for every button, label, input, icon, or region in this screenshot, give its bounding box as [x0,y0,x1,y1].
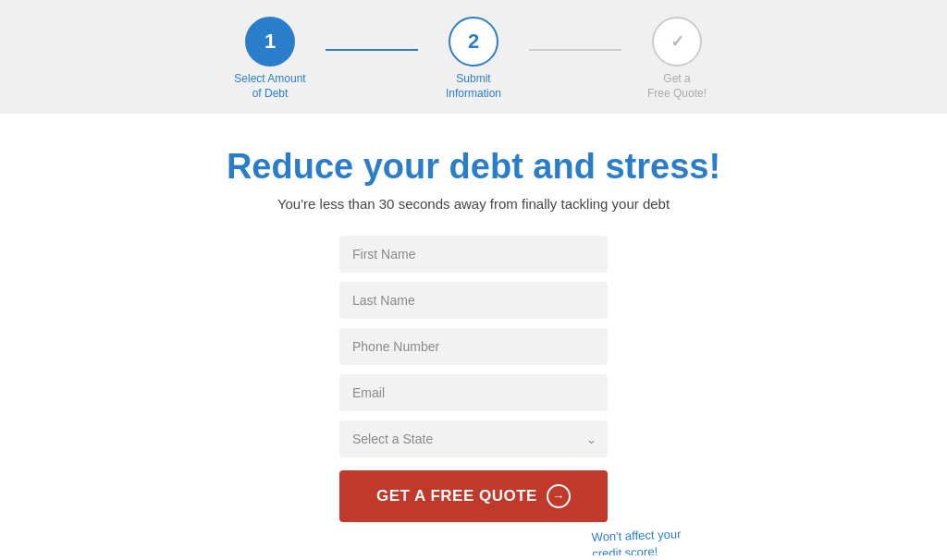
first-name-input[interactable] [339,236,608,273]
state-select-wrapper: Select a State Alabama Alaska Arizona Ar… [339,420,608,457]
main-content: Reduce your debt and stress! You're less… [0,114,947,555]
steps-header: 1 Select Amount of Debt 2 Submit Informa… [0,0,947,114]
step-2-circle: 2 [449,17,498,67]
submit-button[interactable]: Get a FREE quote → [339,470,608,522]
page-headline: Reduce your debt and stress! [227,147,720,187]
connector-1 [326,49,418,51]
last-name-input[interactable] [339,282,608,319]
submit-button-label: Get a FREE quote [376,487,537,505]
connector-2 [529,49,621,51]
step-1: 1 Select Amount of Debt [215,17,326,101]
step-1-number: 1 [264,30,276,54]
submit-arrow-icon: → [547,484,571,508]
credit-score-note: Won't affect your credit score! [592,527,683,556]
state-select[interactable]: Select a State Alabama Alaska Arizona Ar… [339,420,608,457]
step-3: ✓ Get a Free Quote! [621,17,732,101]
steps-container: 1 Select Amount of Debt 2 Submit Informa… [215,17,732,101]
form-wrapper: Select a State Alabama Alaska Arizona Ar… [339,236,608,522]
email-input[interactable] [339,374,608,411]
phone-input[interactable] [339,328,608,365]
credit-note-arrow-icon: ← [531,553,556,555]
step-2: 2 Submit Information [418,17,529,101]
step-2-number: 2 [468,30,479,54]
step-3-check-icon: ✓ [670,31,684,52]
page-subheadline: You're less than 30 seconds away from fi… [277,196,670,212]
step-3-label: Get a Free Quote! [647,72,707,101]
step-1-label: Select Amount of Debt [234,72,305,101]
step-1-circle: 1 [245,17,295,67]
step-3-circle: ✓ [652,17,702,67]
step-2-label: Submit Information [446,72,501,101]
